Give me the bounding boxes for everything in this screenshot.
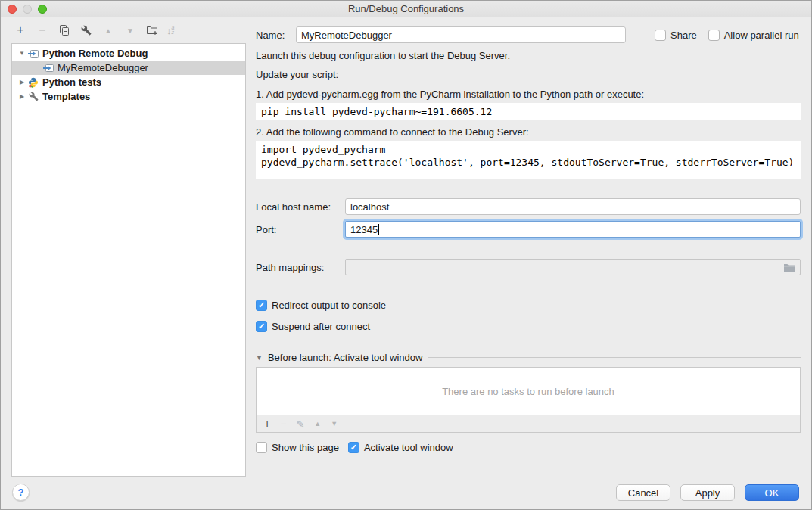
tree-item-python-tests[interactable]: ▶ Python tests xyxy=(12,75,245,89)
suspend-after-connect-row: ✓ Suspend after connect xyxy=(256,321,801,332)
tree-item-myremotedebugger[interactable]: MyRemoteDebugger xyxy=(12,61,245,75)
edit-templates-icon[interactable] xyxy=(79,23,94,38)
remove-task-icon[interactable]: − xyxy=(280,418,286,430)
local-host-row: Local host name: xyxy=(256,198,801,215)
redirect-output-checkbox-group[interactable]: ✓ Redirect output to console xyxy=(256,300,386,311)
folder-icon[interactable] xyxy=(783,263,795,272)
name-input[interactable] xyxy=(296,26,626,43)
help-button[interactable]: ? xyxy=(12,484,30,501)
share-checkbox[interactable] xyxy=(655,30,666,41)
add-configuration-icon[interactable]: + xyxy=(13,23,28,38)
wrench-icon xyxy=(27,92,39,101)
show-this-page-label: Show this page xyxy=(272,442,339,453)
ok-button[interactable]: OK xyxy=(745,484,799,501)
port-value: 12345 xyxy=(350,224,378,235)
run-debug-configurations-dialog: Run/Debug Configurations + − ▲ ▼ xyxy=(0,0,812,510)
bottom-checkboxes-row: Show this page ✓ Activate tool window xyxy=(256,442,801,453)
show-this-page-checkbox[interactable] xyxy=(256,442,267,453)
share-checkbox-group[interactable]: Share xyxy=(655,30,697,41)
step-1-text: 1. Add pydevd-pycharm.egg from the PyCha… xyxy=(256,89,801,101)
configurations-tree: ▼ Python Remote Debug xyxy=(11,43,246,477)
local-host-input[interactable] xyxy=(345,198,801,215)
pip-install-code: pip install pydevd-pycharm~=191.6605.12 xyxy=(256,103,801,120)
section-divider xyxy=(428,357,801,358)
minimize-window-button[interactable] xyxy=(23,5,32,14)
suspend-after-connect-checkbox-group[interactable]: ✓ Suspend after connect xyxy=(256,321,370,332)
move-task-up-icon[interactable]: ▲ xyxy=(314,420,321,428)
sort-alphabetically-icon[interactable]: ↓az xyxy=(166,25,174,36)
redirect-output-label: Redirect output to console xyxy=(272,300,386,311)
path-mappings-row: Path mappings: xyxy=(256,259,801,275)
cancel-button[interactable]: Cancel xyxy=(616,484,670,501)
move-down-icon[interactable]: ▼ xyxy=(123,23,138,38)
configuration-editor: Name: Share Allow parallel run Launch th… xyxy=(256,18,801,453)
activate-tool-window-checkbox-group[interactable]: ✓ Activate tool window xyxy=(348,442,453,453)
copy-configuration-icon[interactable] xyxy=(57,23,72,38)
description-line-2: Update your script: xyxy=(256,69,801,81)
show-this-page-checkbox-group[interactable]: Show this page xyxy=(256,442,339,453)
settrace-code: import pydevd_pycharmpydevd_pycharm.sett… xyxy=(256,141,801,179)
path-mappings-label: Path mappings: xyxy=(256,262,345,273)
settrace-code-line-2: pydevd_pycharm.settrace('localhost', por… xyxy=(261,156,795,169)
before-launch-title: Before launch: Activate tool window xyxy=(268,352,423,363)
allow-parallel-run-checkbox[interactable] xyxy=(708,30,720,41)
port-input[interactable]: 12345 xyxy=(345,221,801,238)
name-row: Name: Share Allow parallel run xyxy=(256,26,801,43)
add-task-icon[interactable]: + xyxy=(264,418,270,430)
title-bar: Run/Debug Configurations xyxy=(1,1,811,17)
close-window-button[interactable] xyxy=(8,5,17,14)
python-icon xyxy=(27,77,39,88)
before-launch-header[interactable]: ▼ Before launch: Activate tool window xyxy=(256,352,801,363)
redirect-output-checkbox[interactable]: ✓ xyxy=(256,300,267,311)
share-label: Share xyxy=(670,30,697,41)
activate-tool-window-label: Activate tool window xyxy=(364,442,453,453)
configurations-toolbar: + − ▲ ▼ xyxy=(13,23,174,38)
before-launch-toolbar: + − ✎ ▲ ▼ xyxy=(256,415,801,433)
dialog-body: + − ▲ ▼ xyxy=(1,18,811,509)
remote-debug-icon xyxy=(27,49,39,58)
chevron-down-icon[interactable]: ▼ xyxy=(17,50,27,57)
new-folder-icon[interactable] xyxy=(145,23,160,38)
move-task-down-icon[interactable]: ▼ xyxy=(331,420,338,428)
text-caret xyxy=(378,224,379,235)
move-up-icon[interactable]: ▲ xyxy=(101,23,116,38)
tree-item-templates[interactable]: ▶ Templates xyxy=(12,89,245,104)
chevron-right-icon[interactable]: ▶ xyxy=(17,93,27,100)
zoom-window-button[interactable] xyxy=(38,5,47,14)
allow-parallel-run-label: Allow parallel run xyxy=(724,30,799,41)
before-launch-task-list[interactable]: There are no tasks to run before launch xyxy=(256,367,801,415)
edit-task-icon[interactable]: ✎ xyxy=(296,418,304,430)
header-checkboxes: Share Allow parallel run xyxy=(655,30,799,41)
footer-buttons: Cancel Apply OK xyxy=(616,484,799,501)
chevron-down-icon[interactable]: ▼ xyxy=(256,354,263,362)
port-row: Port: 12345 xyxy=(256,221,801,238)
suspend-after-connect-label: Suspend after connect xyxy=(272,321,370,332)
port-label: Port: xyxy=(256,224,345,235)
suspend-after-connect-checkbox[interactable]: ✓ xyxy=(256,321,267,332)
window-controls xyxy=(8,5,47,14)
empty-tasks-message: There are no tasks to run before launch xyxy=(442,386,614,397)
remote-debug-icon xyxy=(42,64,54,73)
allow-parallel-run-checkbox-group[interactable]: Allow parallel run xyxy=(708,30,799,41)
settrace-code-line-1: import pydevd_pycharm xyxy=(261,143,795,156)
description-line-1: Launch this debug configuration to start… xyxy=(256,50,801,62)
name-label: Name: xyxy=(256,30,296,41)
step-2-text: 2. Add the following command to connect … xyxy=(256,126,801,138)
apply-button[interactable]: Apply xyxy=(680,484,735,501)
redirect-output-row: ✓ Redirect output to console xyxy=(256,300,801,311)
window-title: Run/Debug Configurations xyxy=(1,3,811,14)
chevron-right-icon[interactable]: ▶ xyxy=(17,79,27,86)
remove-configuration-icon[interactable]: − xyxy=(35,23,50,38)
path-mappings-input[interactable] xyxy=(345,259,801,275)
activate-tool-window-checkbox[interactable]: ✓ xyxy=(348,442,359,453)
tree-item-python-remote-debug[interactable]: ▼ Python Remote Debug xyxy=(12,46,245,61)
local-host-label: Local host name: xyxy=(256,201,345,213)
